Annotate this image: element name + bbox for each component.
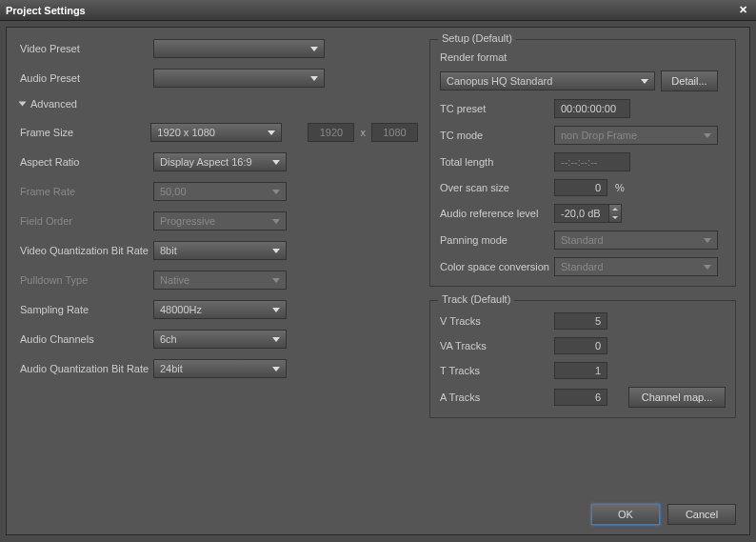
color-label: Color space conversion xyxy=(440,261,554,272)
t-tracks-label: T Tracks xyxy=(440,365,554,376)
audio-ref-spinner[interactable] xyxy=(608,204,622,223)
right-column: Setup (Default) Render format Canopus HQ… xyxy=(429,39,736,432)
aqbr-dropdown[interactable]: 24bit xyxy=(153,359,287,378)
chevron-down-icon xyxy=(272,219,280,224)
render-label: Render format xyxy=(440,51,554,63)
track-legend: Track (Default) xyxy=(438,293,514,305)
total-length-label: Total length xyxy=(440,156,554,168)
pulldown-dropdown: Native xyxy=(153,271,287,290)
v-tracks-input[interactable]: 5 xyxy=(554,312,607,330)
tc-preset-label: TC preset xyxy=(440,103,554,114)
color-dropdown: Standard xyxy=(554,257,718,276)
frame-rate-dropdown: 50,00 xyxy=(153,182,287,201)
setup-legend: Setup (Default) xyxy=(438,32,516,44)
chevron-down-icon xyxy=(268,130,275,135)
a-tracks-input[interactable]: 6 xyxy=(554,389,607,406)
detail-button[interactable]: Detail... xyxy=(661,70,718,91)
v-tracks-label: V Tracks xyxy=(440,315,554,327)
video-preset-label: Video Preset xyxy=(20,43,153,54)
vqbr-label: Video Quantization Bit Rate xyxy=(20,245,153,256)
tc-preset-input[interactable]: 00:00:00:00 xyxy=(554,99,630,118)
vqbr-dropdown[interactable]: 8bit xyxy=(153,241,287,260)
chevron-down-icon xyxy=(704,133,711,138)
aspect-label: Aspect Ratio xyxy=(20,156,153,168)
aqbr-label: Audio Quantization Bit Rate xyxy=(20,363,153,374)
field-order-label: Field Order xyxy=(20,215,153,227)
content: Video Preset Audio Preset Advanced Frame… xyxy=(6,27,750,535)
total-length-value: --:--:--:-- xyxy=(554,152,630,171)
frame-rate-label: Frame Rate xyxy=(20,186,153,197)
video-preset-dropdown[interactable] xyxy=(153,39,325,58)
t-tracks-input[interactable]: 1 xyxy=(554,362,607,379)
overscan-label: Over scan size xyxy=(440,182,554,193)
advanced-label[interactable]: Advanced xyxy=(30,98,77,110)
chevron-down-icon xyxy=(310,47,318,51)
audio-ref-label: Audio reference level xyxy=(440,208,554,219)
pulldown-label: Pulldown Type xyxy=(20,274,153,286)
chevron-down-icon xyxy=(272,337,280,342)
frame-width-input: 1920 xyxy=(308,123,354,142)
tc-mode-label: TC mode xyxy=(440,130,554,141)
left-column: Video Preset Audio Preset Advanced Frame… xyxy=(20,39,418,389)
a-tracks-label: A Tracks xyxy=(440,391,554,403)
frame-height-input: 1080 xyxy=(371,123,418,142)
cancel-button[interactable]: Cancel xyxy=(667,504,736,525)
setup-fieldset: Setup (Default) Render format Canopus HQ… xyxy=(429,39,736,287)
audio-ref-input[interactable]: -20,0 dB xyxy=(554,204,609,223)
chevron-down-icon xyxy=(641,79,648,84)
chevron-down-icon xyxy=(272,278,280,283)
render-dropdown[interactable]: Canopus HQ Standard xyxy=(440,71,655,90)
chevron-down-icon xyxy=(272,249,280,253)
ok-button[interactable]: OK xyxy=(591,504,660,525)
audio-preset-label: Audio Preset xyxy=(20,72,153,84)
window-title: Project Settings xyxy=(6,5,86,16)
chevron-down-icon xyxy=(272,160,280,165)
aspect-dropdown[interactable]: Display Aspect 16:9 xyxy=(153,152,287,171)
audio-preset-dropdown[interactable] xyxy=(153,69,325,88)
frame-x: x xyxy=(354,127,371,138)
chevron-down-icon xyxy=(272,190,280,194)
frame-size-dropdown[interactable]: 1920 x 1080 xyxy=(150,123,282,142)
titlebar: Project Settings ✕ xyxy=(0,0,756,21)
channel-map-button[interactable]: Channel map... xyxy=(628,387,726,408)
chevron-down-icon xyxy=(704,238,711,243)
chevron-down-icon xyxy=(310,76,318,81)
va-tracks-input[interactable]: 0 xyxy=(554,337,607,354)
field-order-dropdown: Progressive xyxy=(153,211,287,231)
channels-label: Audio Channels xyxy=(20,333,153,345)
expand-icon[interactable] xyxy=(19,102,27,107)
frame-size-label: Frame Size xyxy=(20,127,150,138)
chevron-down-icon xyxy=(704,265,711,270)
va-tracks-label: VA Tracks xyxy=(440,340,554,351)
chevron-down-icon xyxy=(272,308,280,312)
chevron-down-icon xyxy=(272,367,280,371)
close-icon[interactable]: ✕ xyxy=(735,3,750,18)
footer: OK Cancel xyxy=(591,504,736,525)
panning-dropdown: Standard xyxy=(554,231,718,250)
track-fieldset: Track (Default) V Tracks5 VA Tracks0 T T… xyxy=(429,300,736,418)
sampling-label: Sampling Rate xyxy=(20,304,153,315)
channels-dropdown[interactable]: 6ch xyxy=(153,330,287,349)
tc-mode-dropdown: non Drop Frame xyxy=(554,126,718,145)
panning-label: Panning mode xyxy=(440,234,554,246)
overscan-input[interactable]: 0 xyxy=(554,179,607,196)
overscan-unit: % xyxy=(607,182,625,193)
sampling-dropdown[interactable]: 48000Hz xyxy=(153,300,287,319)
